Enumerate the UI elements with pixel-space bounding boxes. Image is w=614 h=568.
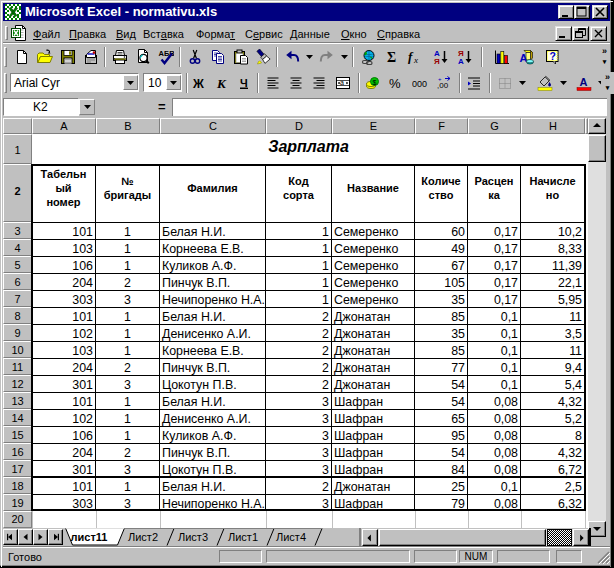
svg-text:Σ: Σ: [387, 50, 396, 65]
svg-text:,00: ,00: [437, 81, 449, 90]
svg-text:А: А: [580, 76, 588, 88]
svg-text:Я: Я: [434, 57, 440, 65]
svg-text:x: x: [413, 55, 418, 65]
svg-text:К: К: [216, 76, 227, 91]
svg-text:Ж: Ж: [192, 77, 204, 91]
svg-text:000: 000: [412, 79, 427, 89]
svg-text:А: А: [458, 57, 464, 65]
svg-text:?: ?: [549, 50, 555, 62]
svg-text:+: +: [438, 76, 442, 82]
svg-text:a: a: [340, 79, 344, 86]
svg-text:%: %: [389, 76, 401, 91]
svg-text:Ч: Ч: [240, 77, 248, 89]
svg-text:$: $: [373, 79, 377, 86]
